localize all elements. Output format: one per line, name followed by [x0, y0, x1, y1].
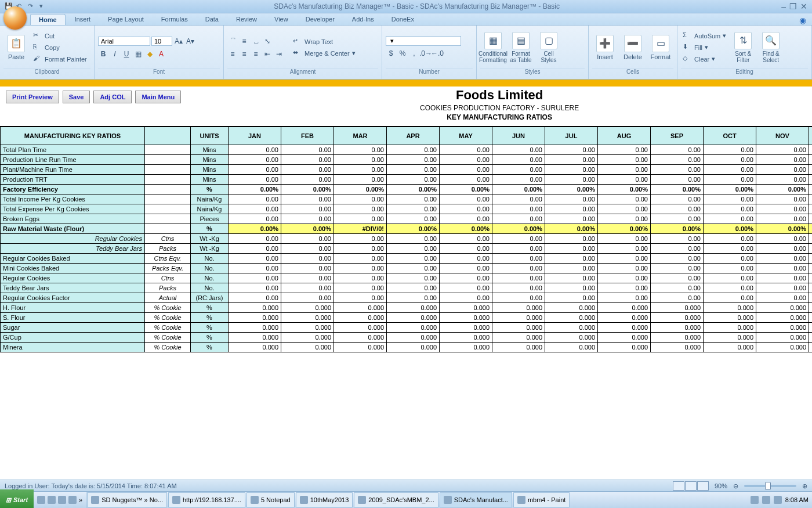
cell-value[interactable]: 0.000 [281, 323, 334, 333]
cell-value[interactable]: 0.000 [281, 343, 334, 352]
cell-value[interactable]: 0.000 [756, 323, 809, 333]
taskbar-item[interactable]: http://192.168.137.... [168, 492, 245, 507]
cell-value[interactable]: 0.000 [545, 333, 598, 343]
cell-value[interactable]: 0.00% [492, 224, 545, 234]
cell-value[interactable]: 0.00 [809, 175, 813, 185]
cell-value[interactable]: 0.00 [651, 204, 704, 214]
cell-value[interactable]: 0.00 [756, 214, 809, 224]
cell-styles-button[interactable]: ▢Cell Styles [536, 28, 561, 67]
align-top-icon[interactable]: ⎴ [227, 36, 238, 46]
cell-value[interactable]: 0.000 [440, 323, 492, 333]
tab-data[interactable]: Data [197, 14, 227, 25]
cell-value[interactable]: 0.00 [440, 244, 492, 254]
cell-value[interactable]: 0.000 [598, 333, 651, 343]
cell-value[interactable]: 0.00 [387, 293, 440, 303]
cell-value[interactable]: 0.000 [809, 343, 813, 352]
cell-value[interactable]: 0.00 [545, 273, 598, 283]
main-menu-button[interactable]: Main Menu [135, 91, 181, 103]
tab-add-ins[interactable]: Add-Ins [344, 14, 382, 25]
cell-value[interactable]: 0.00 [281, 283, 334, 293]
cell-value[interactable]: 0.000 [545, 303, 598, 313]
cell-value[interactable]: 0.00 [334, 165, 387, 175]
align-center-icon[interactable]: ≡ [239, 49, 249, 59]
cell-value[interactable]: 0.000 [492, 313, 545, 323]
taskbar-item[interactable]: 10thMay2013 [296, 492, 353, 507]
cell-value[interactable]: 0.000 [387, 333, 440, 343]
cell-value[interactable]: 0.000 [598, 343, 651, 352]
comma-icon[interactable]: , [409, 48, 419, 59]
indent-dec-icon[interactable]: ⇤ [262, 49, 273, 59]
cell-value[interactable]: 0.00 [387, 165, 440, 175]
cell-value[interactable]: 0.000 [756, 343, 809, 352]
indent-inc-icon[interactable]: ⇥ [274, 49, 284, 59]
cell-value[interactable]: 0.00 [598, 175, 651, 185]
cell-value[interactable]: 0.00 [809, 293, 813, 303]
cell-value[interactable]: 0.00 [440, 194, 492, 204]
cell-value[interactable]: 0.00 [651, 244, 704, 254]
cell-value[interactable]: 0.000 [756, 313, 809, 323]
cell-value[interactable]: 0.00 [756, 194, 809, 204]
cell-value[interactable]: 0.00 [704, 194, 756, 204]
cell-value[interactable]: 0.00 [387, 194, 440, 204]
cell-value[interactable]: 0.00 [809, 273, 813, 283]
cell-value[interactable]: 0.00 [281, 244, 334, 254]
fill-color-icon[interactable]: ◆ [144, 49, 155, 59]
format-as-table-button[interactable]: ▤Format as Table [508, 28, 534, 67]
cell-value[interactable]: 0.00 [756, 254, 809, 264]
cell-value[interactable]: 0.00 [598, 165, 651, 175]
cell-value[interactable]: 0.000 [387, 323, 440, 333]
cell-value[interactable]: 0.00 [651, 145, 704, 155]
cell-value[interactable]: 0.00 [545, 264, 598, 273]
cell-value[interactable]: 0.00 [651, 214, 704, 224]
cell-value[interactable]: 0.000 [704, 343, 756, 352]
taskbar-item[interactable]: SDAc's Manufact... [440, 492, 512, 507]
cell-value[interactable]: 0.00 [704, 254, 756, 264]
cell-value[interactable]: 0.000 [334, 333, 387, 343]
start-button[interactable]: ⊞Start [0, 489, 34, 508]
cell-value[interactable]: 0.000 [229, 313, 281, 323]
cell-value[interactable]: 0.00 [545, 234, 598, 244]
cell-value[interactable]: 0.000 [281, 333, 334, 343]
cell-value[interactable]: 0.00 [492, 194, 545, 204]
cell-value[interactable]: 0.00 [229, 293, 281, 303]
cell-value[interactable]: 0.000 [229, 303, 281, 313]
taskbar-item[interactable]: 2009_SDAc'sMBM_2... [354, 492, 438, 507]
cell-value[interactable]: 0.00 [387, 214, 440, 224]
cell-value[interactable]: 0.000 [229, 333, 281, 343]
font-size-input[interactable] [151, 37, 172, 46]
cell-value[interactable]: 0.00 [440, 145, 492, 155]
cell-value[interactable]: 0.00% [545, 224, 598, 234]
cell-value[interactable]: 0.00 [545, 204, 598, 214]
tab-insert[interactable]: Insert [67, 14, 99, 25]
cell-value[interactable]: 0.00 [704, 204, 756, 214]
cell-value[interactable]: 0.00 [492, 165, 545, 175]
format-painter-button[interactable]: 🖌Format Painter [31, 54, 89, 64]
format-cells-button[interactable]: ▭Format [648, 28, 673, 67]
cell-value[interactable]: 0.000 [545, 343, 598, 352]
cell-value[interactable]: 0.000 [704, 303, 756, 313]
cell-value[interactable]: 0.00 [809, 194, 813, 204]
dec-decimal-icon[interactable]: ←.0 [432, 48, 443, 59]
tab-view[interactable]: View [266, 14, 296, 25]
cell-value[interactable]: 0.00 [598, 194, 651, 204]
cell-value[interactable]: 0.00 [440, 214, 492, 224]
cell-value[interactable]: 0.00 [809, 214, 813, 224]
cell-value[interactable]: 0.000 [756, 333, 809, 343]
office-button[interactable] [3, 6, 27, 30]
cell-value[interactable]: 0.00 [598, 214, 651, 224]
cell-value[interactable]: 0.000 [651, 323, 704, 333]
cell-value[interactable]: 0.00% [809, 224, 813, 234]
currency-icon[interactable]: $ [386, 48, 396, 59]
cell-value[interactable]: 0.00 [651, 165, 704, 175]
cell-value[interactable]: 0.00 [229, 175, 281, 185]
cell-value[interactable]: 0.000 [334, 313, 387, 323]
cell-value[interactable]: 0.00 [281, 165, 334, 175]
fill-button[interactable]: ⬇Fill ▾ [681, 42, 728, 53]
save-button[interactable]: Save [63, 91, 90, 103]
ql-more-icon[interactable]: » [79, 496, 82, 503]
cell-value[interactable]: 0.00% [598, 224, 651, 234]
cell-value[interactable]: 0.00 [598, 244, 651, 254]
ql-icon[interactable] [37, 496, 45, 504]
copy-button[interactable]: ⎘Copy [31, 42, 89, 53]
cell-value[interactable]: 0.000 [809, 333, 813, 343]
